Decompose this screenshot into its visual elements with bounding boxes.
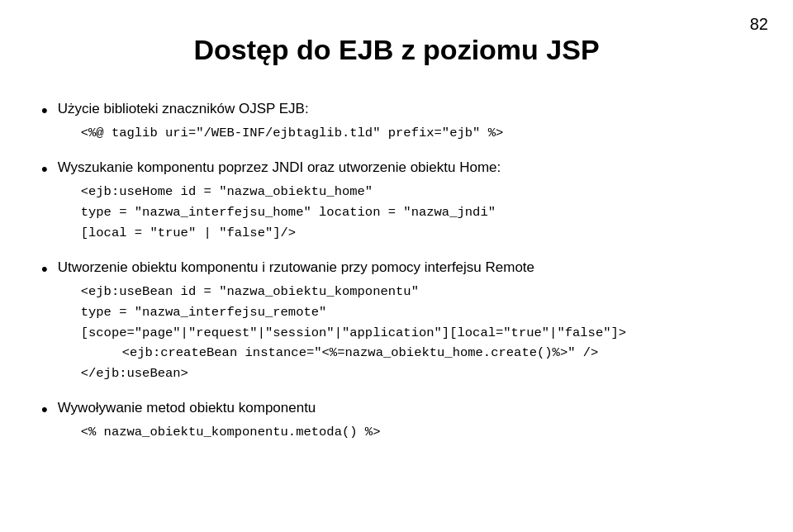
code-block-1: <%@ taglib uri="/WEB-INF/ejbtaglib.tld" … (81, 123, 752, 144)
bullet-item-2: • Wyszukanie komponentu poprzez JNDI ora… (41, 157, 752, 245)
code-line-2-1: type = "nazwa_interfejsu_home" location … (81, 202, 752, 223)
bullet-text-4: Wywoływanie metod obiektu komponentu (58, 400, 316, 416)
code-line-3-0: <ejb:useBean id = "nazwa_obiektu_kompone… (81, 282, 752, 302)
page-title: Dostęp do EJB z poziomu JSP (41, 33, 752, 67)
bullet-content-2: Wyszukanie komponentu poprzez JNDI oraz … (58, 157, 752, 245)
page-number: 82 (750, 15, 768, 34)
code-line-3-4: </ejb:useBean> (81, 363, 752, 384)
code-line-3-2: [scope="page"|"request"|"session"|"appli… (81, 323, 752, 344)
bullet-item-1: • Użycie biblioteki znaczników OJSP EJB:… (41, 98, 752, 145)
code-block-4: <% nazwa_obiektu_komponentu.metoda() %> (81, 422, 752, 443)
bullet-icon-1: • (41, 97, 48, 124)
bullet-text-2: Wyszukanie komponentu poprzez JNDI oraz … (58, 159, 501, 175)
bullet-icon-2: • (41, 155, 48, 183)
bullet-content-4: Wywoływanie metod obiektu komponentu <% … (58, 397, 752, 444)
bullet-content-3: Utworzenie obiektu komponentu i rzutowan… (58, 257, 752, 386)
code-block-3: <ejb:useBean id = "nazwa_obiektu_kompone… (81, 282, 752, 384)
code-line-2-0: <ejb:useHome id = "nazwa_obiektu_home" (81, 182, 752, 202)
code-line-3-3: <ejb:createBean instance="<%=nazwa_obiek… (122, 343, 752, 363)
code-line-3-1: type = "nazwa_interfejsu_remote" (81, 302, 752, 323)
bullet-item-3: • Utworzenie obiektu komponentu i rzutow… (41, 257, 752, 386)
code-line-2-2: [local = "true" | "false"]/> (81, 223, 752, 244)
bullet-content-1: Użycie biblioteki znaczników OJSP EJB: <… (58, 98, 752, 145)
bullet-icon-4: • (41, 396, 48, 423)
code-line-4-0: <% nazwa_obiektu_komponentu.metoda() %> (81, 422, 752, 443)
bullet-item-4: • Wywoływanie metod obiektu komponentu <… (41, 397, 752, 444)
main-content: • Użycie biblioteki znaczników OJSP EJB:… (41, 98, 752, 444)
bullet-icon-3: • (41, 255, 48, 283)
code-block-2: <ejb:useHome id = "nazwa_obiektu_home" t… (81, 182, 752, 243)
bullet-text-1: Użycie biblioteki znaczników OJSP EJB: (58, 101, 309, 116)
code-line-1-0: <%@ taglib uri="/WEB-INF/ejbtaglib.tld" … (81, 123, 752, 144)
bullet-text-3: Utworzenie obiektu komponentu i rzutowan… (58, 259, 534, 275)
